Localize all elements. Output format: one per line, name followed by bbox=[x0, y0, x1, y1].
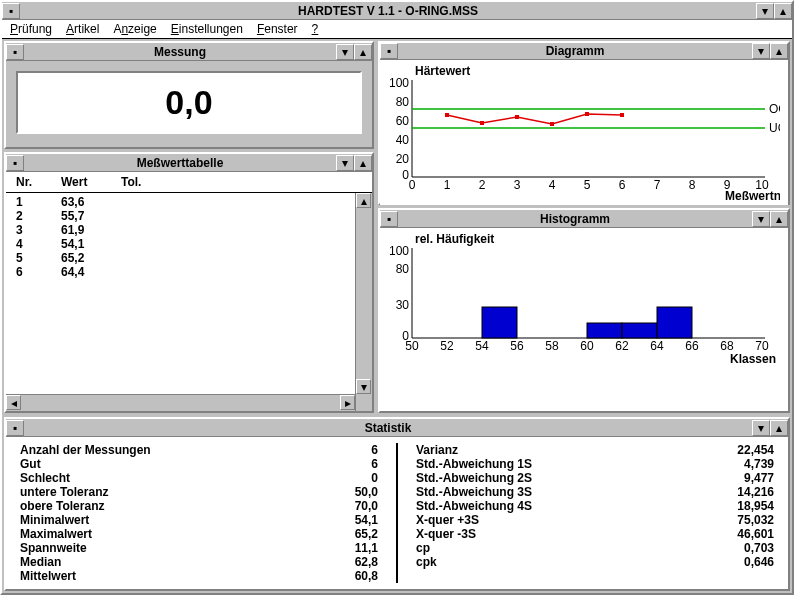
table-row[interactable]: 255,7 bbox=[16, 209, 362, 223]
minimize-button[interactable]: ▾ bbox=[336, 155, 354, 171]
stat-row: untere Toleranz50,0 bbox=[20, 485, 378, 499]
table-row[interactable]: 565,2 bbox=[16, 251, 362, 265]
svg-text:62: 62 bbox=[615, 339, 629, 353]
app-titlebar: ▪ HARDTEST V 1.1 - O-RING.MSS ▾ ▴ bbox=[2, 2, 792, 20]
stat-row: Minimalwert54,1 bbox=[20, 513, 378, 527]
stat-row: Varianz22,454 bbox=[416, 443, 774, 457]
scroll-h[interactable]: ◂ ▸ bbox=[6, 394, 355, 411]
svg-text:100: 100 bbox=[389, 76, 409, 90]
maximize-button[interactable]: ▴ bbox=[770, 211, 788, 227]
maximize-button[interactable]: ▴ bbox=[770, 420, 788, 436]
table-row[interactable]: 454,1 bbox=[16, 237, 362, 251]
stat-row: X-quer +3S75,032 bbox=[416, 513, 774, 527]
ug-label: UG bbox=[769, 121, 780, 135]
menu-help[interactable]: ? bbox=[312, 22, 319, 36]
minimize-button[interactable]: ▾ bbox=[752, 43, 770, 59]
svg-text:2: 2 bbox=[479, 178, 486, 192]
stat-row: cpk0,646 bbox=[416, 555, 774, 569]
maximize-button[interactable]: ▴ bbox=[354, 44, 372, 60]
og-label: OG bbox=[769, 102, 780, 116]
stat-row: Std.-Abweichung 1S4,739 bbox=[416, 457, 774, 471]
minimize-button[interactable]: ▾ bbox=[752, 211, 770, 227]
diagramm-titlebar: ▪ Diagramm ▾ ▴ bbox=[380, 43, 788, 60]
stat-col-right: Varianz22,454Std.-Abweichung 1S4,739Std.… bbox=[416, 443, 774, 583]
xlabel: Meßwertnr. bbox=[725, 189, 780, 200]
stat-row: obere Toleranz70,0 bbox=[20, 499, 378, 513]
ylabel: rel. Häufigkeit bbox=[415, 233, 494, 246]
scroll-up-icon[interactable]: ▴ bbox=[356, 193, 371, 208]
col-tol: Tol. bbox=[121, 175, 362, 189]
table-row[interactable]: 163,6 bbox=[16, 195, 362, 209]
sysmenu-icon[interactable]: ▪ bbox=[6, 44, 24, 60]
messung-titlebar: ▪ Messung ▾ ▴ bbox=[6, 43, 372, 61]
stat-row: Spannweite11,1 bbox=[20, 541, 378, 555]
sysmenu-icon[interactable]: ▪ bbox=[380, 211, 398, 227]
statistik-body: Anzahl der Messungen6Gut6Schlecht0untere… bbox=[6, 437, 788, 589]
minimize-button[interactable]: ▾ bbox=[756, 3, 774, 19]
svg-text:5: 5 bbox=[584, 178, 591, 192]
minimize-button[interactable]: ▾ bbox=[752, 420, 770, 436]
svg-text:6: 6 bbox=[619, 178, 626, 192]
svg-rect-45 bbox=[587, 323, 622, 338]
statistik-titlebar: ▪ Statistik ▾ ▴ bbox=[6, 419, 788, 437]
separator bbox=[396, 443, 398, 583]
menu-fenster[interactable]: Fenster bbox=[257, 22, 298, 36]
table-row[interactable]: 664,4 bbox=[16, 265, 362, 279]
table-header: Nr. Wert Tol. bbox=[6, 172, 372, 193]
menu-artikel[interactable]: Artikel bbox=[66, 22, 99, 36]
scroll-down-icon[interactable]: ▾ bbox=[356, 379, 371, 394]
svg-rect-22 bbox=[480, 121, 484, 125]
svg-text:4: 4 bbox=[549, 178, 556, 192]
sysmenu-icon[interactable]: ▪ bbox=[2, 3, 20, 19]
menu-einstellungen[interactable]: Einstellungen bbox=[171, 22, 243, 36]
menu-pruefung[interactable]: Prüfung bbox=[10, 22, 52, 36]
svg-rect-25 bbox=[585, 112, 589, 116]
table-row[interactable]: 361,9 bbox=[16, 223, 362, 237]
svg-text:56: 56 bbox=[510, 339, 524, 353]
svg-text:0: 0 bbox=[409, 178, 416, 192]
scroll-v[interactable]: ▴ ▾ bbox=[355, 193, 372, 411]
stat-row: Median62,8 bbox=[20, 555, 378, 569]
statistik-title: Statistik bbox=[24, 421, 752, 435]
svg-text:100: 100 bbox=[389, 244, 409, 258]
stat-row: Std.-Abweichung 2S9,477 bbox=[416, 471, 774, 485]
svg-text:30: 30 bbox=[396, 298, 410, 312]
messung-title: Messung bbox=[24, 45, 336, 59]
sysmenu-icon[interactable]: ▪ bbox=[6, 420, 24, 436]
svg-text:68: 68 bbox=[720, 339, 734, 353]
svg-rect-26 bbox=[620, 113, 624, 117]
table-body: 163,6255,7361,9454,1565,2664,4 ▴ ▾ ◂ ▸ bbox=[6, 193, 372, 411]
scroll-right-icon[interactable]: ▸ bbox=[340, 395, 355, 410]
svg-text:80: 80 bbox=[396, 262, 410, 276]
svg-text:70: 70 bbox=[755, 339, 769, 353]
stat-row: Std.-Abweichung 4S18,954 bbox=[416, 499, 774, 513]
scroll-left-icon[interactable]: ◂ bbox=[6, 395, 21, 410]
svg-text:60: 60 bbox=[396, 114, 410, 128]
maximize-button[interactable]: ▴ bbox=[354, 155, 372, 171]
diagramm-title: Diagramm bbox=[398, 44, 752, 58]
svg-rect-21 bbox=[445, 113, 449, 117]
ylabel: Härtewert bbox=[415, 65, 470, 78]
svg-rect-44 bbox=[482, 307, 517, 338]
svg-rect-47 bbox=[657, 307, 692, 338]
col-wert: Wert bbox=[61, 175, 121, 189]
svg-text:66: 66 bbox=[685, 339, 699, 353]
stat-row: X-quer -3S46,601 bbox=[416, 527, 774, 541]
messung-window: ▪ Messung ▾ ▴ 0,0 bbox=[4, 41, 374, 149]
svg-text:8: 8 bbox=[689, 178, 696, 192]
minimize-button[interactable]: ▾ bbox=[336, 44, 354, 60]
svg-text:80: 80 bbox=[396, 95, 410, 109]
menu-anzeige[interactable]: Anzeige bbox=[113, 22, 156, 36]
messung-value: 0,0 bbox=[16, 71, 362, 134]
sysmenu-icon[interactable]: ▪ bbox=[380, 43, 398, 59]
stat-row: Mittelwert60,8 bbox=[20, 569, 378, 583]
sysmenu-icon[interactable]: ▪ bbox=[6, 155, 24, 171]
svg-text:60: 60 bbox=[580, 339, 594, 353]
diagramm-svg: Härtewert 100806040200 012345678910 Meßw… bbox=[385, 65, 780, 200]
stat-col-left: Anzahl der Messungen6Gut6Schlecht0untere… bbox=[20, 443, 378, 583]
col-nr: Nr. bbox=[16, 175, 61, 189]
maximize-button[interactable]: ▴ bbox=[774, 3, 792, 19]
histogramm-chart: rel. Häufigkeit 10080300 505254565860626… bbox=[380, 228, 788, 411]
maximize-button[interactable]: ▴ bbox=[770, 43, 788, 59]
svg-rect-24 bbox=[550, 122, 554, 126]
